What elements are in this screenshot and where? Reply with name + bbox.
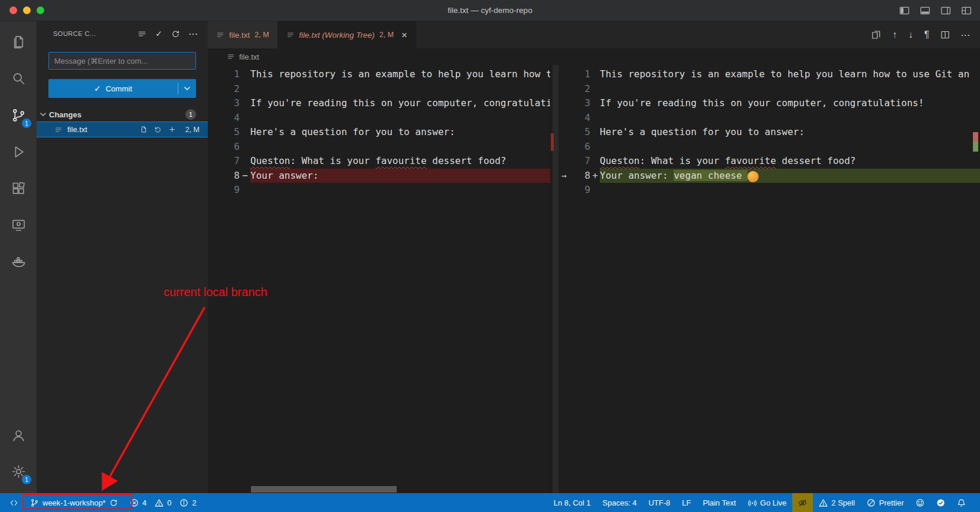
revert-change-arrow[interactable]: → — [558, 169, 569, 183]
branch-indicator[interactable]: week-1-workshop* — [24, 493, 124, 512]
encoding-indicator[interactable]: UTF-8 — [642, 493, 676, 512]
tab-decoration: 2, M — [380, 31, 394, 39]
sidebar-item-extensions[interactable] — [0, 170, 37, 206]
commit-message-input[interactable] — [54, 57, 190, 65]
diff-marker — [240, 96, 250, 111]
language-mode[interactable]: Plain Text — [697, 493, 741, 512]
line-text: Queston: What is your favourite dessert … — [600, 154, 980, 169]
commit-check-icon[interactable]: ✓ — [155, 29, 162, 38]
changed-file-row[interactable]: file.txt 2, M — [37, 122, 208, 137]
problems-indicator[interactable]: 4 0 2 — [124, 493, 202, 512]
toggle-excluded-files-button[interactable] — [792, 493, 813, 512]
line-text — [600, 111, 980, 126]
code-line: 5Here's a question for you to answer: — [558, 125, 980, 140]
eye-slash-icon — [798, 498, 807, 507]
code-line: 9 — [558, 183, 980, 198]
sidebar-item-remote-explorer[interactable] — [0, 206, 37, 243]
line-text: Here's a question for you to answer: — [250, 125, 558, 140]
commit-button-main[interactable]: ✓ Commit — [48, 79, 178, 98]
more-actions-icon[interactable]: ··· — [189, 29, 198, 38]
diff-marker — [240, 82, 250, 97]
toggle-secondary-sidebar-icon[interactable] — [940, 5, 951, 16]
line-number: 5 — [208, 125, 240, 140]
customize-layout-icon[interactable] — [961, 5, 972, 16]
notifications-button[interactable] — [951, 493, 972, 512]
diff-marker — [240, 111, 250, 126]
line-text — [250, 82, 558, 97]
remote-indicator[interactable] — [4, 493, 24, 512]
toggle-whitespace-icon[interactable]: ¶ — [924, 29, 929, 40]
tab-bar: file.txt 2, M file.txt (Working Tree) 2,… — [208, 21, 980, 48]
feedback-button[interactable] — [910, 493, 930, 512]
source-control-sidebar: SOURCE C... ✓ ··· ✓ Commit — [37, 21, 208, 493]
sidebar-item-accounts[interactable] — [0, 416, 37, 453]
sidebar-item-run-and-debug[interactable] — [0, 133, 37, 170]
toggle-primary-sidebar-icon[interactable] — [899, 5, 910, 16]
close-tab-icon[interactable]: × — [401, 30, 407, 40]
more-actions-icon[interactable]: ··· — [961, 31, 971, 40]
account-icon — [11, 427, 27, 443]
view-as-list-icon[interactable] — [138, 29, 146, 38]
text-file-icon — [54, 126, 63, 134]
code-line: 8−Your answer: — [208, 169, 558, 183]
breadcrumb-file: file.txt — [239, 52, 259, 61]
line-number: 8 — [569, 169, 590, 183]
discard-changes-icon[interactable] — [154, 126, 162, 133]
spell-checker-status[interactable]: 2 Spell — [813, 493, 861, 512]
toggle-panel-icon[interactable] — [920, 5, 930, 16]
changes-section-header[interactable]: Changes 1 — [37, 107, 208, 122]
spell-label: 2 Spell — [831, 498, 855, 507]
commit-dropdown-button[interactable] — [178, 79, 196, 98]
revert-cell — [558, 183, 569, 198]
line-text: If you're reading this on your computer,… — [250, 96, 558, 111]
horizontal-scrollbar[interactable] — [251, 486, 397, 493]
diff-marker — [590, 82, 600, 97]
prettier-status[interactable]: Prettier — [861, 493, 910, 512]
line-number: 4 — [208, 111, 240, 126]
tab-file-txt-working-tree[interactable]: file.txt (Working Tree) 2, M × — [278, 21, 416, 48]
cursor-position[interactable]: Ln 8, Col 1 — [548, 493, 597, 512]
code-line: 9 — [208, 183, 558, 198]
previous-change-icon[interactable]: ↑ — [892, 29, 897, 40]
extension-status-button[interactable] — [930, 493, 951, 512]
breadcrumb[interactable]: file.txt — [208, 48, 980, 65]
diff-pane-modified[interactable]: 1This repository is an example to help y… — [558, 65, 980, 493]
commit-button[interactable]: ✓ Commit — [48, 79, 196, 98]
warning-count: 0 — [167, 498, 171, 507]
go-live-button[interactable]: Go Live — [742, 493, 793, 512]
split-editor-icon[interactable] — [940, 30, 950, 40]
line-text — [600, 82, 980, 97]
line-text: Queston: What is your favourite dessert … — [250, 154, 558, 169]
sidebar-item-docker[interactable] — [0, 243, 37, 280]
sidebar-item-search[interactable] — [0, 60, 37, 97]
settings-badge: 1 — [22, 475, 31, 484]
next-change-icon[interactable]: ↓ — [908, 29, 913, 40]
open-file-icon[interactable] — [140, 126, 148, 133]
vertical-scrollbar[interactable] — [550, 65, 558, 493]
bell-icon — [957, 498, 966, 507]
text-file-icon — [286, 31, 295, 39]
line-text: This repository is an example to help yo… — [250, 67, 558, 82]
stage-changes-icon[interactable] — [168, 126, 176, 133]
sidebar-item-explorer[interactable] — [0, 24, 37, 60]
code-line: 3If you're reading this on your computer… — [558, 96, 980, 111]
line-number: 1 — [569, 67, 590, 82]
eol-indicator[interactable]: LF — [676, 493, 697, 512]
sidebar-item-settings[interactable]: 1 — [0, 453, 37, 490]
docker-icon — [11, 254, 27, 270]
tab-label: file.txt — [229, 31, 250, 40]
revert-cell — [558, 67, 569, 82]
extensions-icon — [11, 180, 27, 196]
open-changes-icon[interactable] — [871, 30, 881, 40]
original-code: 1This repository is an example to help y… — [208, 67, 558, 198]
tab-file-txt[interactable]: file.txt 2, M — [208, 21, 278, 48]
revert-cell — [558, 154, 569, 169]
sidebar-item-source-control[interactable]: 1 — [0, 97, 37, 133]
diff-pane-original[interactable]: 1This repository is an example to help y… — [208, 65, 558, 493]
tab-decoration: 2, M — [254, 31, 269, 39]
line-text — [250, 111, 558, 126]
line-number: 3 — [208, 96, 240, 111]
tab-label: file.txt (Working Tree) — [299, 31, 375, 40]
indentation-indicator[interactable]: Spaces: 4 — [597, 493, 643, 512]
refresh-icon[interactable] — [171, 29, 180, 38]
